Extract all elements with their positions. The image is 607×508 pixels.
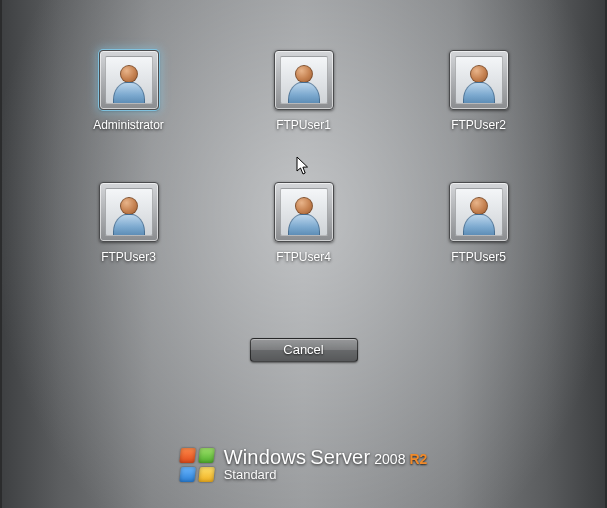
user-icon: [105, 56, 153, 104]
user-icon: [280, 188, 328, 236]
avatar: [449, 182, 509, 242]
brand-edition: Standard: [224, 468, 428, 482]
avatar: [99, 182, 159, 242]
user-tile[interactable]: FTPUser5: [391, 182, 566, 264]
avatar: [449, 50, 509, 110]
user-icon: [455, 188, 503, 236]
os-branding: Windows Server 2008 R2 Standard: [180, 447, 428, 482]
branding-text: Windows Server 2008 R2 Standard: [224, 447, 428, 482]
cancel-button[interactable]: Cancel: [250, 338, 358, 362]
user-label: FTPUser4: [276, 250, 331, 264]
brand-word-server: Server: [310, 447, 370, 468]
brand-suffix: R2: [409, 452, 427, 467]
avatar: [274, 50, 334, 110]
user-icon: [455, 56, 503, 104]
user-label: FTPUser3: [101, 250, 156, 264]
brand-year: 2008: [374, 452, 405, 467]
user-label: FTPUser5: [451, 250, 506, 264]
user-label: Administrator: [93, 118, 164, 132]
windows-flag-icon: [180, 448, 214, 482]
user-tile[interactable]: FTPUser3: [41, 182, 216, 264]
user-icon: [280, 56, 328, 104]
user-tile[interactable]: Administrator: [41, 50, 216, 132]
avatar: [99, 50, 159, 110]
avatar: [274, 182, 334, 242]
user-tile[interactable]: FTPUser4: [216, 182, 391, 264]
user-accounts-grid: AdministratorFTPUser1FTPUser2FTPUser3FTP…: [0, 50, 607, 264]
user-icon: [105, 188, 153, 236]
user-tile[interactable]: FTPUser2: [391, 50, 566, 132]
brand-word-windows: Windows: [224, 447, 307, 468]
user-label: FTPUser2: [451, 118, 506, 132]
logon-screen: AdministratorFTPUser1FTPUser2FTPUser3FTP…: [0, 0, 607, 508]
user-label: FTPUser1: [276, 118, 331, 132]
user-tile[interactable]: FTPUser1: [216, 50, 391, 132]
